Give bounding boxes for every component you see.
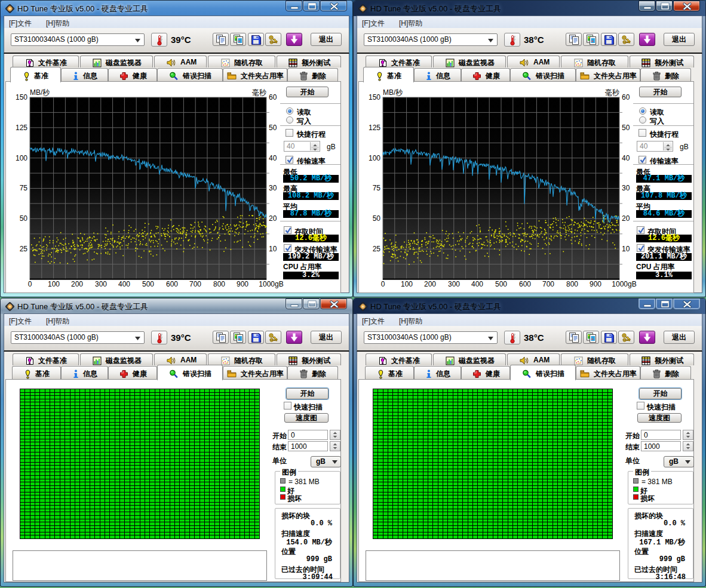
svg-text:10: 10 [622,245,630,253]
svg-text:MB/秒: MB/秒 [383,88,403,97]
svg-text:400: 400 [471,280,483,288]
svg-text:900: 900 [590,280,601,288]
svg-text:20: 20 [622,214,630,223]
svg-text:100: 100 [16,154,27,162]
svg-text:60: 60 [622,93,630,101]
svg-text:MB/秒: MB/秒 [30,88,50,97]
svg-text:毫秒: 毫秒 [252,88,266,97]
svg-text:125: 125 [16,124,27,132]
svg-text:400: 400 [118,280,130,288]
svg-text:30: 30 [269,184,277,192]
svg-text:1000gB: 1000gB [259,280,283,288]
svg-text:200: 200 [424,280,436,288]
svg-text:800: 800 [566,280,578,288]
svg-text:100: 100 [369,154,380,162]
svg-text:200: 200 [71,280,83,288]
svg-text:1000gB: 1000gB [612,280,636,288]
svg-text:60: 60 [269,93,277,101]
svg-text:600: 600 [166,280,178,288]
svg-text:25: 25 [20,245,28,253]
svg-text:700: 700 [189,280,201,288]
svg-text:0: 0 [381,280,385,288]
svg-text:20: 20 [269,214,277,223]
svg-text:75: 75 [20,184,28,192]
svg-text:10: 10 [269,245,277,253]
svg-text:50: 50 [269,124,277,132]
svg-text:300: 300 [95,280,107,288]
svg-text:800: 800 [213,280,225,288]
svg-text:300: 300 [448,280,460,288]
svg-text:150: 150 [16,93,27,101]
svg-text:100: 100 [48,280,60,288]
svg-text:0: 0 [28,280,32,288]
svg-text:900: 900 [237,280,248,288]
svg-text:50: 50 [373,214,381,223]
svg-text:500: 500 [142,280,154,288]
svg-text:75: 75 [373,184,381,192]
svg-text:毫秒: 毫秒 [605,88,619,97]
svg-text:50: 50 [20,214,28,223]
svg-text:600: 600 [519,280,531,288]
svg-text:40: 40 [269,154,277,162]
svg-text:40: 40 [622,154,630,162]
svg-text:30: 30 [622,184,630,192]
svg-text:150: 150 [369,93,380,101]
svg-text:700: 700 [542,280,554,288]
svg-text:25: 25 [373,245,381,253]
svg-text:500: 500 [495,280,507,288]
svg-text:50: 50 [622,124,630,132]
svg-text:100: 100 [401,280,413,288]
svg-text:125: 125 [369,124,380,132]
